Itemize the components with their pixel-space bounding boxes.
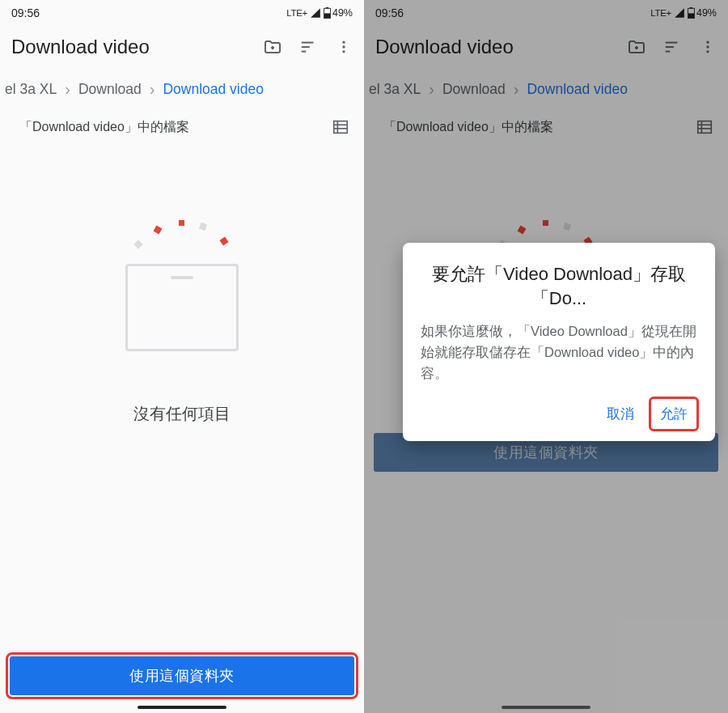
use-folder-button[interactable]: 使用這個資料夾	[10, 656, 354, 695]
allow-button[interactable]: 允許	[650, 398, 697, 430]
svg-rect-1	[326, 7, 329, 8]
status-indicators: LTE+ 49%	[286, 7, 353, 19]
breadcrumb-item[interactable]: Download	[74, 81, 146, 98]
breadcrumb-item[interactable]: el 3a XL	[0, 81, 61, 98]
status-bar: 09:56 LTE+ 49%	[0, 0, 364, 23]
svg-point-8	[342, 50, 345, 53]
status-time: 09:56	[11, 6, 40, 19]
network-label: LTE+	[286, 8, 307, 18]
svg-rect-2	[324, 13, 330, 18]
chevron-right-icon: ›	[146, 80, 159, 99]
dialog-actions: 取消 允許	[421, 398, 697, 430]
sort-icon[interactable]	[296, 35, 320, 59]
battery-percent: 49%	[332, 7, 353, 19]
app-actions	[260, 35, 356, 59]
breadcrumb-item-current[interactable]: Download video	[158, 81, 269, 98]
section-label: 「Download video」中的檔案	[19, 119, 189, 136]
breadcrumb: el 3a XL › Download › Download video	[0, 71, 364, 107]
battery-icon	[324, 7, 331, 19]
nav-handle[interactable]	[138, 706, 226, 709]
svg-rect-9	[334, 121, 348, 134]
signal-icon	[310, 7, 321, 19]
empty-folder-icon	[109, 206, 255, 351]
svg-point-7	[342, 45, 345, 48]
phone-screen-right: 09:56 LTE+ 49% Download video el 3a XL ›…	[364, 0, 728, 713]
bottom-bar: 使用這個資料夾	[0, 648, 364, 713]
permission-dialog: 要允許「Video Download」存取「Do... 如果你這麼做，「Vide…	[403, 243, 715, 441]
empty-message: 沒有任何項目	[133, 403, 231, 425]
chevron-right-icon: ›	[61, 80, 74, 99]
empty-state: 沒有任何項目	[0, 141, 364, 425]
page-title: Download video	[11, 36, 260, 58]
phone-screen-left: 09:56 LTE+ 49% Download video el 3a XL ›…	[0, 0, 364, 713]
cancel-button[interactable]: 取消	[597, 398, 644, 430]
svg-rect-5	[302, 51, 307, 53]
new-folder-icon[interactable]	[260, 35, 285, 59]
app-bar: Download video	[0, 23, 364, 71]
svg-rect-3	[302, 42, 314, 44]
dialog-body: 如果你這麼做，「Video Download」從現在開始就能存取儲存在「Down…	[421, 321, 697, 384]
list-view-icon[interactable]	[332, 118, 349, 136]
section-header: 「Download video」中的檔案	[0, 107, 364, 141]
svg-point-6	[342, 41, 345, 44]
dialog-title: 要允許「Video Download」存取「Do...	[421, 262, 697, 310]
svg-rect-4	[302, 46, 310, 48]
more-icon[interactable]	[332, 35, 356, 59]
